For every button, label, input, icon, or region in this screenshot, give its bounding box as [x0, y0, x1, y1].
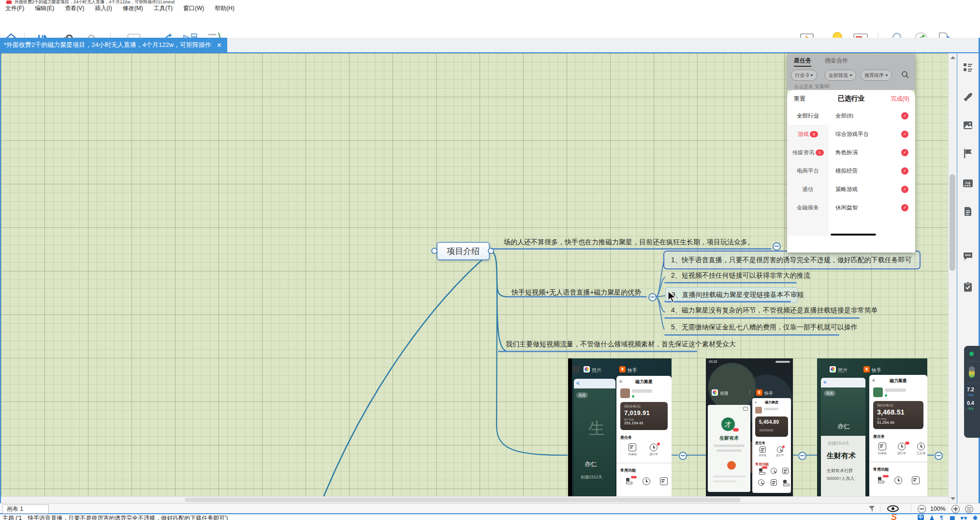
taskbar-icon[interactable]: 中 — [918, 515, 924, 520]
feature-icon[interactable] — [658, 477, 670, 485]
outline-structure-icon[interactable] — [963, 62, 973, 73]
taskbar-icon[interactable]: ✱ — [973, 515, 978, 520]
category-games[interactable]: 游戏8 — [787, 125, 829, 143]
task-running[interactable]: 进行中 — [646, 444, 661, 457]
task-done[interactable]: 已完成 — [914, 443, 927, 456]
collapse-toggle[interactable] — [648, 293, 657, 301]
app-card-magnet-star[interactable]: < 磁力聚星 我的余额(元) 3,468.51 累计收益 51,254.45 星… — [869, 375, 927, 500]
menu-help[interactable]: 帮助(H) — [209, 4, 240, 13]
feature-icon[interactable] — [641, 477, 652, 485]
feature-icon[interactable] — [910, 476, 921, 484]
document-icon — [878, 443, 886, 450]
taskbar-mic-icon[interactable]: ¶ — [940, 515, 943, 520]
industry-option[interactable]: 模拟经营✓ — [829, 162, 915, 180]
industry-option[interactable]: 角色扮演✓ — [829, 143, 915, 162]
task-pending[interactable]: 待审核 — [875, 443, 890, 456]
network-monitor-widget[interactable]: 7.2 ↑ K/s 0.4 ↓ K/s — [964, 346, 980, 438]
notes-doc-icon[interactable] — [963, 206, 973, 217]
fit-menu-button[interactable] — [965, 505, 973, 513]
phone-screenshot-2[interactable]: 00:32 相册 ⋮ 8 快手 才 生财有术 < 磁力聚星 5,454.80 — [706, 358, 793, 500]
text-style-icon[interactable]: Aa — [963, 178, 973, 189]
advantage-item-4[interactable]: 4、磁力聚星没有复杂的环节，不管视频还是直播挂载链接是非常简单 — [671, 306, 878, 315]
filter-industry[interactable]: 行业·9 — [791, 70, 817, 81]
menu-edit[interactable]: 编辑(E) — [29, 4, 59, 13]
feature-icon[interactable] — [756, 479, 766, 486]
scrollbar-thumb[interactable] — [950, 174, 955, 271]
filter-all[interactable]: 全部筛选 — [825, 70, 856, 81]
root-topic[interactable]: 项目介绍 — [437, 242, 490, 260]
app-card-left[interactable]: 才 生财有术 — [708, 405, 750, 492]
tab-close-icon[interactable]: ✕ — [217, 42, 222, 49]
paintbrush-icon[interactable] — [963, 92, 973, 103]
zoom-level[interactable]: 100% — [930, 505, 946, 512]
scrollbar-thumb[interactable] — [185, 498, 741, 502]
phone-screenshot-1[interactable]: 照片 8 快手 < 实况 生 亦仁 创建2312天 < 磁力聚星 我的余额(元)… — [568, 358, 672, 500]
menu-modify[interactable]: 修改(M) — [117, 4, 148, 13]
collapse-toggle[interactable] — [935, 452, 943, 460]
eye-icon[interactable] — [887, 505, 899, 512]
collapse-toggle[interactable] — [679, 452, 687, 460]
industry-option[interactable]: 策略游戏✓ — [829, 180, 915, 198]
task-pending[interactable]: 待审核 — [756, 446, 769, 457]
app-card-left[interactable]: < 实况 生 亦仁 创建2312天 — [574, 379, 615, 500]
advantage-item-5[interactable]: 5、无需缴纳保证金乱七八糟的费用，仅靠一部手机就可以操作 — [671, 323, 858, 332]
sogou-input-icon[interactable]: S — [889, 514, 899, 520]
topic-market[interactable]: 场的人还不算很多，快手也在力推磁力聚星，目前还在疯狂生长期，项目玩法众多。 — [504, 238, 754, 247]
taskbar-icon[interactable]: ♟ — [929, 515, 935, 520]
feature-icon[interactable] — [623, 477, 635, 484]
topic-handle-left[interactable] — [431, 248, 438, 254]
task-running[interactable]: 进行中 — [894, 443, 909, 456]
task-pending[interactable]: 待审核 — [625, 444, 640, 457]
menu-view[interactable]: 查看(V) — [59, 4, 89, 13]
filter-sort[interactable]: 推荐排序 — [861, 70, 892, 81]
advantage-item-2[interactable]: 2、短视频不挂任何链接可以获得非常大的推流 — [671, 271, 810, 280]
advantage-item-1-selected[interactable]: 1、快手语音直播，只要不是很厉害的诱导完全不违规，做好匹配的下载任务即可 — [663, 251, 921, 269]
scroll-up-icon[interactable] — [951, 56, 955, 59]
taskbar-hearts-icon[interactable]: ♥♥ — [960, 515, 967, 520]
app-card-magnet-star[interactable]: < 磁力聚星 5,454.80 星任务 待审核 进行中 常用功能 — [752, 398, 791, 493]
category-media[interactable]: 传媒资讯1 — [787, 143, 829, 162]
category-telecom[interactable]: 通信 — [787, 180, 829, 198]
menu-window[interactable]: 窗口(W) — [178, 4, 209, 13]
done-button[interactable]: 完成(9) — [891, 95, 909, 103]
task-running[interactable]: 进行中 — [774, 446, 786, 457]
feature-icon[interactable] — [769, 479, 778, 486]
category-ecommerce[interactable]: 电商平台 — [787, 162, 829, 180]
industry-option[interactable]: 休闲益智✓ — [829, 198, 915, 217]
scroll-down-icon[interactable] — [951, 497, 955, 500]
sheet-tab[interactable]: 画布 1 — [2, 505, 49, 514]
tab-commission[interactable]: 佣金合作 — [825, 57, 848, 65]
industry-option[interactable]: 全部(8)✓ — [829, 106, 915, 125]
feature-icon[interactable] — [875, 476, 887, 483]
category-finance[interactable]: 金融服务 — [787, 198, 829, 217]
feature-icon[interactable] — [780, 479, 790, 486]
task-clipboard-icon[interactable] — [963, 282, 973, 292]
document-tab[interactable]: *外面收费2千的磁力聚星项目，24小时无人直播，4个月122w，可矩阵操作(1)… — [0, 38, 227, 52]
search-icon[interactable] — [901, 71, 909, 79]
app-card-magnet-star[interactable]: < 磁力聚星 我的余额(元) 7,019.91 累计收益 251,154.81 … — [616, 376, 672, 500]
menu-insert[interactable]: 插入(I) — [89, 4, 117, 13]
taskbar-keyboard-icon[interactable]: ▦ — [950, 515, 955, 520]
flag-icon[interactable] — [963, 148, 973, 159]
menu-tools[interactable]: 工具(T) — [148, 4, 178, 13]
profile-name: 亦仁 — [585, 460, 597, 469]
topic-strategy[interactable]: 我们主要做短视频流量，不管做什么领域视频素材，首先保证这个素材受众大 — [506, 340, 736, 349]
feature-icon[interactable] — [769, 468, 778, 474]
vertical-scrollbar[interactable] — [948, 53, 957, 503]
zoom-out-button[interactable] — [918, 505, 926, 513]
category-all[interactable]: 全部行业 — [787, 106, 829, 125]
comment-icon[interactable] — [963, 251, 973, 261]
collapse-toggle[interactable] — [773, 242, 781, 251]
app-card-left[interactable]: < 实况 亦仁 创建2314天 生财有术 生财有术社群 50000+人加入 — [821, 378, 865, 500]
industry-option[interactable]: 综合游戏平台✓ — [829, 125, 915, 143]
menu-file[interactable]: 文件(F) — [0, 4, 29, 13]
collapse-toggle[interactable] — [798, 452, 806, 460]
zoom-in-button[interactable] — [951, 505, 960, 513]
feature-icon[interactable] — [756, 468, 766, 475]
image-icon[interactable] — [963, 120, 973, 131]
horizontal-scrollbar[interactable] — [1, 496, 948, 504]
tab-star-tasks[interactable]: 星任务 — [794, 57, 811, 67]
phone-screenshot-3[interactable]: 照片 8 快手 < 实况 亦仁 创建2314天 生财有术 生财有术社群 5000… — [817, 358, 927, 500]
feature-icon[interactable] — [780, 468, 790, 474]
feature-icon[interactable] — [892, 476, 904, 484]
